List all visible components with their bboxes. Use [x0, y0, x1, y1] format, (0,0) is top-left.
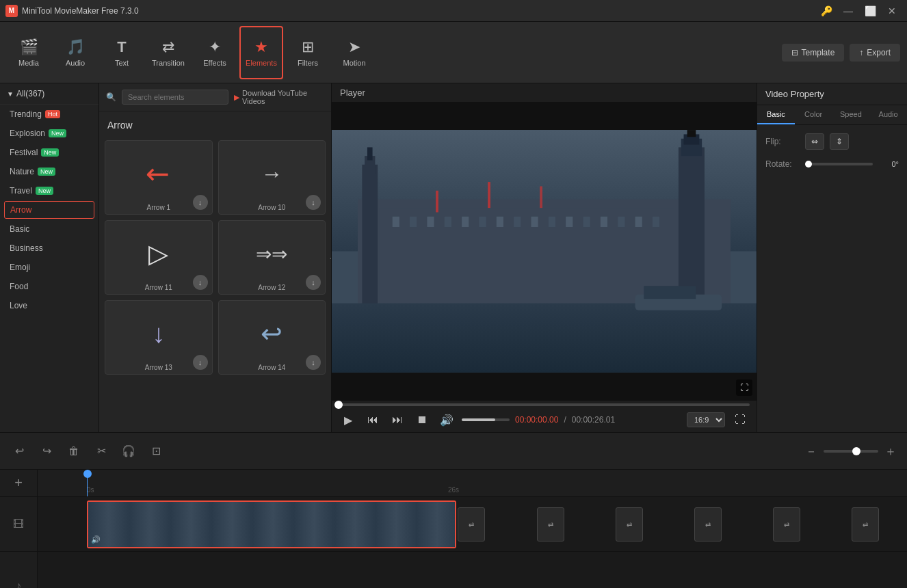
arrow1-thumb: ↙: [108, 146, 209, 201]
arrow10-download[interactable]: ↓: [306, 195, 321, 210]
timeline-handle[interactable]: [334, 401, 343, 409]
tab-basic[interactable]: Basic: [757, 105, 795, 124]
timeline-tracks: 0s 26s 🔊 ⇄ ⇄ ⇄ ⇄ ⇄ ⇄: [38, 470, 907, 588]
sidebar-item-arrow[interactable]: Arrow: [4, 201, 94, 219]
minimize-button[interactable]: —: [839, 1, 858, 21]
video-clip[interactable]: 🔊: [87, 500, 456, 548]
zoom-in-button[interactable]: ＋: [882, 443, 899, 459]
element-arrow11[interactable]: ▷ Arrow 11 ↓: [105, 220, 213, 295]
flip-horizontal-button[interactable]: ⇔: [805, 133, 824, 150]
flip-vertical-button[interactable]: ⇕: [830, 133, 849, 150]
arrow14-download[interactable]: ↓: [306, 355, 321, 370]
prev-frame-button[interactable]: ⏮: [363, 410, 382, 429]
aspect-ratio-select[interactable]: 16:9 9:16 4:3 1:1: [687, 412, 725, 427]
delete-button[interactable]: 🗑: [63, 440, 85, 462]
sidebar-item-travel[interactable]: Travel New: [0, 181, 98, 200]
toolbar-filters[interactable]: ⊞ Filters: [286, 26, 330, 79]
tab-speed[interactable]: Speed: [832, 105, 870, 124]
elements-panel: 🔍 ▶ Download YouTube Videos Arrow ↙ Arro…: [99, 83, 332, 432]
sidebar-item-business[interactable]: Business: [0, 239, 98, 258]
trending-badge: Hot: [45, 110, 60, 118]
transition-slot-2[interactable]: ⇄: [537, 507, 564, 542]
arrow11-download[interactable]: ↓: [193, 275, 208, 290]
player-area: Player: [332, 83, 757, 432]
arrow12-download[interactable]: ↓: [306, 275, 321, 290]
redo-button[interactable]: ↪: [36, 440, 57, 462]
svg-rect-32: [540, 186, 542, 208]
love-label: Love: [10, 301, 27, 310]
close-button[interactable]: ✕: [882, 1, 902, 21]
fullscreen-button[interactable]: ⛶: [736, 379, 752, 396]
rotate-handle[interactable]: [805, 161, 812, 168]
toolbar-text[interactable]: T Text: [100, 26, 144, 79]
volume-button[interactable]: 🔊: [437, 410, 456, 429]
audio-icon: 🎵: [66, 38, 85, 56]
element-arrow14[interactable]: ↩ Arrow 14 ↓: [218, 300, 326, 375]
transition-slot-6[interactable]: ⇄: [852, 507, 879, 542]
svg-rect-21: [566, 217, 573, 227]
zoom-slider[interactable]: [824, 450, 878, 453]
sidebar-item-festival[interactable]: Festival New: [0, 143, 98, 162]
zoom-out-button[interactable]: －: [803, 443, 819, 459]
sidebar-item-emoji[interactable]: Emoji: [0, 258, 98, 277]
flip-label: Flip:: [765, 137, 800, 146]
arrow11-label: Arrow 11: [145, 284, 172, 291]
rotate-slider[interactable]: [805, 163, 873, 165]
festival-badge: New: [41, 148, 59, 157]
search-input[interactable]: [122, 90, 228, 105]
element-arrow13[interactable]: ↓ Arrow 13 ↓: [105, 300, 213, 375]
arrow1-download[interactable]: ↓: [193, 195, 208, 210]
tab-audio[interactable]: Audio: [869, 105, 907, 124]
effects-icon: ✦: [209, 38, 221, 56]
sidebar-all[interactable]: ▼ All(367): [0, 83, 98, 105]
toolbar-effects[interactable]: ✦ Effects: [193, 26, 237, 79]
export-button[interactable]: ↑ Export: [850, 44, 900, 62]
food-label: Food: [10, 282, 28, 291]
transition-slot-4[interactable]: ⇄: [694, 507, 722, 542]
element-arrow10[interactable]: → Arrow 10 ↓: [218, 140, 326, 215]
sidebar-item-explosion[interactable]: Explosion New: [0, 124, 98, 143]
undo-button[interactable]: ↩: [8, 440, 30, 462]
element-arrow12[interactable]: ⇒⇒ Arrow 12 ↓: [218, 220, 326, 295]
next-frame-button[interactable]: ⏭: [388, 410, 407, 429]
volume-slider[interactable]: [462, 418, 510, 421]
sidebar-item-trending[interactable]: Trending Hot: [0, 105, 98, 124]
sidebar-item-love[interactable]: Love: [0, 296, 98, 315]
audio-detach-button[interactable]: 🎧: [118, 440, 140, 462]
transition-slot-3[interactable]: ⇄: [616, 507, 643, 542]
playhead[interactable]: [87, 470, 88, 496]
maximize-button[interactable]: ⬜: [860, 1, 880, 21]
video-track-icon: 🎞: [0, 497, 37, 552]
toolbar-transition[interactable]: ⇄ Transition: [146, 26, 190, 79]
clip-inner: 🔊: [88, 502, 455, 547]
zoom-handle[interactable]: [852, 447, 860, 455]
toolbar-elements[interactable]: ★ Elements: [239, 26, 283, 79]
toolbar-audio[interactable]: 🎵 Audio: [53, 26, 97, 79]
nature-label: Nature: [10, 167, 34, 176]
toolbar-media[interactable]: 🎬 Media: [7, 26, 51, 79]
transition-slot-5[interactable]: ⇄: [773, 507, 800, 542]
cut-button[interactable]: ✂: [90, 440, 112, 462]
fit-button[interactable]: ⛶: [731, 410, 750, 429]
stop-button[interactable]: ⏹: [412, 410, 432, 429]
sidebar-item-food[interactable]: Food: [0, 277, 98, 296]
sidebar-item-basic[interactable]: Basic: [0, 219, 98, 239]
add-track-button[interactable]: +: [0, 470, 37, 497]
crop-button[interactable]: ⊡: [145, 440, 167, 462]
svg-rect-24: [618, 217, 625, 227]
play-button[interactable]: ▶: [339, 410, 358, 429]
element-arrow1[interactable]: ↙ Arrow 1 ↓: [105, 140, 213, 215]
template-button[interactable]: ⊟ Template: [782, 44, 845, 62]
sidebar: ▼ All(367) Trending Hot Explosion New Fe…: [0, 83, 99, 432]
arrow13-download[interactable]: ↓: [193, 355, 208, 370]
transition-slot-1[interactable]: ⇄: [458, 507, 485, 542]
player-timeline[interactable]: [339, 403, 750, 406]
playhead-handle[interactable]: [83, 470, 92, 478]
youtube-download-btn[interactable]: ▶ Download YouTube Videos: [234, 89, 324, 105]
zoom-control: － ＋: [803, 443, 899, 459]
tab-color[interactable]: Color: [795, 105, 832, 124]
sidebar-item-nature[interactable]: Nature New: [0, 162, 98, 181]
toolbar-motion[interactable]: ➤ Motion: [332, 26, 376, 79]
key-button[interactable]: 🔑: [817, 1, 836, 21]
arrow13-thumb: ↓: [108, 306, 209, 361]
